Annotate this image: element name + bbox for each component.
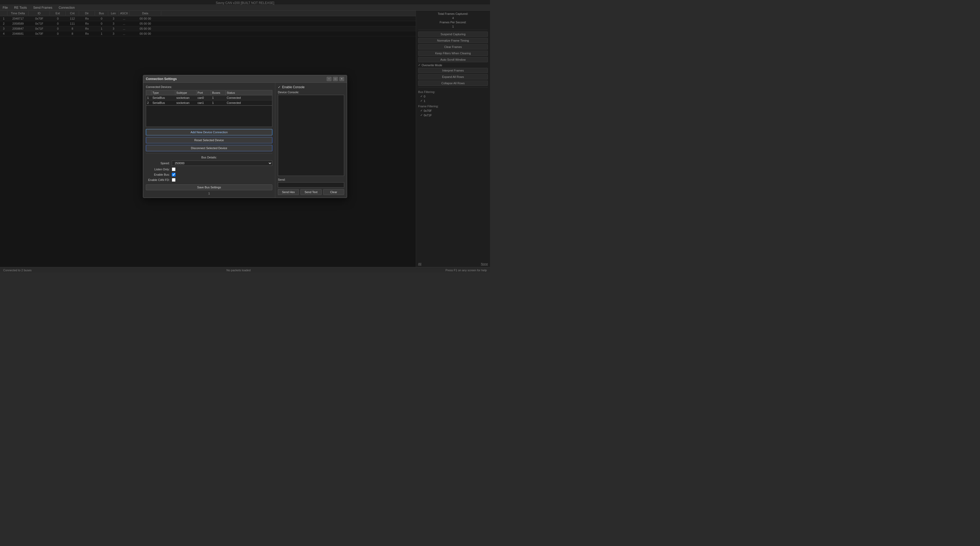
dialog-right-pane: ✓ Enable Console Device Console: Send: S… <box>275 83 347 198</box>
device-table-empty-area <box>146 106 272 127</box>
dialog-overlay: Connection Settings − □ × Connected Devi… <box>0 0 490 273</box>
device-col-buses: Buses <box>211 90 226 95</box>
listen-only-label: Listen Only: <box>146 168 170 171</box>
listen-only-checkbox[interactable] <box>172 167 175 171</box>
enable-bus-checkbox[interactable] <box>172 173 175 176</box>
device-col-port: Port <box>196 90 211 95</box>
device-row[interactable]: 1 SerialBus socketcan can0 1 Connected <box>146 95 272 100</box>
listen-only-row: Listen Only: <box>146 167 272 171</box>
enable-can-fd-label: Enable CAN FD: <box>146 178 170 181</box>
enable-console-row: ✓ Enable Console <box>278 85 344 89</box>
bus-details-title: Bus Details: <box>146 156 272 159</box>
enable-bus-label: Enable Bus: <box>146 173 170 176</box>
dialog-controls: − □ × <box>327 77 344 81</box>
enable-console-check: ✓ <box>278 85 280 89</box>
enable-can-fd-checkbox[interactable] <box>172 178 175 182</box>
device-col-status: Status <box>226 90 272 95</box>
reset-device-button[interactable]: Reset Selected Device <box>146 137 272 143</box>
save-bus-button[interactable]: Save Bus Settings <box>146 184 272 190</box>
bus-number-display: 1 <box>146 192 272 195</box>
connected-devices-label: Connected Devices: <box>146 85 272 89</box>
minimize-button[interactable]: − <box>327 77 331 81</box>
console-textarea[interactable] <box>278 95 344 176</box>
device-console-label: Device Console: <box>278 90 344 94</box>
speed-row: Speed: 250000 125000 500000 1000000 <box>146 160 272 166</box>
device-col-subtype: Subtype <box>175 90 196 95</box>
enable-console-label: Enable Console <box>282 85 305 89</box>
dialog-titlebar: Connection Settings − □ × <box>143 75 347 83</box>
dialog-left-pane: Connected Devices: Type Subtype Port Bus… <box>143 83 275 198</box>
clear-console-button[interactable]: Clear <box>323 189 344 195</box>
device-col-num <box>146 90 151 95</box>
send-input[interactable] <box>278 182 344 187</box>
speed-label: Speed: <box>146 162 170 165</box>
device-row[interactable]: 2 SerialBus socketcan can1 1 Connected <box>146 100 272 105</box>
device-table-body: 1 SerialBus socketcan can0 1 Connected 2… <box>146 95 272 106</box>
send-buttons-row: Send Hex Send Text Clear <box>278 189 344 195</box>
send-text-button[interactable]: Send Text <box>301 189 321 195</box>
dialog-action-buttons: Add New Device Connection Reset Selected… <box>146 129 272 151</box>
speed-select[interactable]: 250000 125000 500000 1000000 <box>172 160 272 166</box>
dialog-title: Connection Settings <box>146 77 177 81</box>
dialog-body: Connected Devices: Type Subtype Port Bus… <box>143 83 347 198</box>
close-button[interactable]: × <box>339 77 344 81</box>
bus-details-section: Bus Details: Speed: 250000 125000 500000… <box>146 153 272 195</box>
send-label: Send: <box>278 178 344 181</box>
device-table-header: Type Subtype Port Buses Status <box>146 90 272 95</box>
enable-can-fd-row: Enable CAN FD: <box>146 178 272 182</box>
device-col-type: Type <box>151 90 175 95</box>
enable-bus-row: Enable Bus: <box>146 173 272 176</box>
connection-settings-dialog: Connection Settings − □ × Connected Devi… <box>143 75 347 198</box>
send-hex-button[interactable]: Send Hex <box>278 189 299 195</box>
disconnect-device-button[interactable]: Disconnect Selected Device <box>146 145 272 151</box>
maximize-button[interactable]: □ <box>333 77 338 81</box>
add-device-button[interactable]: Add New Device Connection <box>146 129 272 135</box>
